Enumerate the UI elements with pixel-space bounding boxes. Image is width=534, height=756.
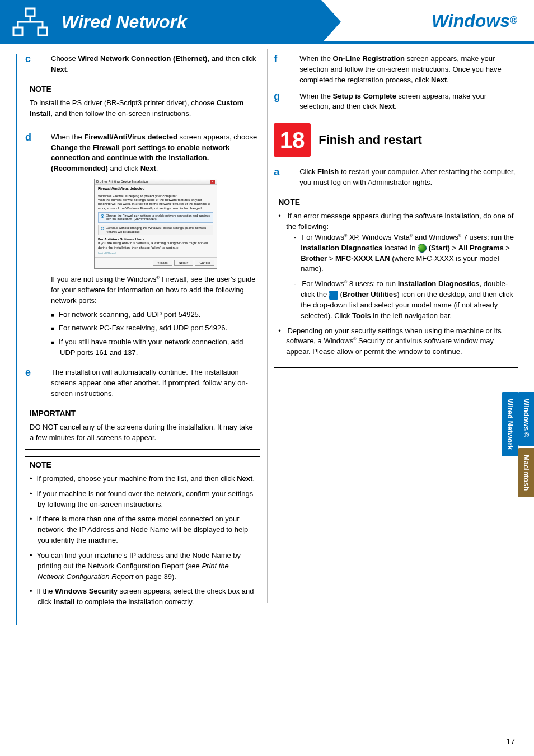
step-a: a Click Finish to restart your computer.… <box>274 167 518 188</box>
dialog-titlebar: Brother Printing Device Installation × <box>95 179 217 185</box>
sublist: For Windows® XP, Windows Vista® and Wind… <box>286 232 514 321</box>
back-button[interactable]: < Back <box>153 260 172 266</box>
note-network-list: NOTE If prompted, choose your machine fr… <box>25 456 260 619</box>
left-column: c Choose Wired Network Connection (Ether… <box>16 54 260 625</box>
step-letter-d: d <box>25 132 51 362</box>
note-heading: NOTE <box>30 459 55 470</box>
step-letter-c: c <box>25 54 51 75</box>
firewall-dialog: Brother Printing Device Installation × F… <box>94 179 217 269</box>
side-tabs: Wired Network Windows® Macintosh <box>502 392 534 497</box>
svg-rect-2 <box>38 27 47 35</box>
step-letter-f: f <box>274 54 299 86</box>
header-left: Wired Network <box>0 0 321 44</box>
header-title-right: Windows® <box>321 0 534 44</box>
tab-macintosh[interactable]: Macintosh <box>518 448 534 497</box>
step-g-body: When the Setup is Complete screen appear… <box>299 91 518 113</box>
list-item: If you still have trouble with your netw… <box>51 337 260 358</box>
radio-icon <box>101 214 104 218</box>
step-d: d When the Firewall/AntiVirus detected s… <box>25 132 260 362</box>
right-column: f When the On-Line Registration screen a… <box>274 54 518 625</box>
column-separator <box>267 49 268 603</box>
note-list: If prompted, choose your machine from th… <box>30 474 256 608</box>
step-e-body: The installation will automatically cont… <box>51 367 260 399</box>
note-error-message: NOTE If an error message appears during … <box>274 194 518 368</box>
dialog-body: Windows Firewall is helping to protect y… <box>95 193 217 251</box>
step-letter-g: g <box>274 91 299 113</box>
start-icon: ⊞ <box>418 244 427 253</box>
svg-rect-1 <box>13 27 22 35</box>
dialog-option-continue[interactable]: Continue without changing the Windows Fi… <box>98 225 213 235</box>
step-18-header: 18 Finish and restart <box>274 123 518 157</box>
step-e: e The installation will automatically co… <box>25 367 260 399</box>
dialog-option-recommended[interactable]: Change the Firewall port settings to ena… <box>98 212 213 223</box>
step-f: f When the On-Line Registration screen a… <box>274 54 518 86</box>
note-list: If an error message appears during the s… <box>278 211 514 357</box>
tab-windows[interactable]: Windows® <box>518 392 534 446</box>
next-button[interactable]: Next > <box>174 260 193 266</box>
step-letter-e: e <box>25 367 51 399</box>
step-f-body: When the On-Line Registration screen app… <box>299 54 518 86</box>
tab-wired-network[interactable]: Wired Network <box>502 392 518 456</box>
list-item: If an error message appears during the s… <box>278 211 514 321</box>
dialog-buttons: < Back Next > Cancel <box>95 257 217 268</box>
note-ps-driver: NOTE To install the PS driver (BR-Script… <box>25 81 260 125</box>
firewall-ports-paragraph: If you are not using the Windows® Firewa… <box>51 274 260 306</box>
important-text: DO NOT cancel any of the screens during … <box>30 422 256 444</box>
important-heading: IMPORTANT <box>30 408 79 419</box>
close-icon[interactable]: × <box>210 180 216 184</box>
note-heading: NOTE <box>30 83 55 95</box>
page-header: Wired Network Windows® <box>0 0 534 44</box>
ports-list: For network scanning, add UDP port 54925… <box>51 310 260 358</box>
step-c: c Choose Wired Network Connection (Ether… <box>25 54 260 75</box>
step-number-badge: 18 <box>274 123 311 157</box>
list-item: For network scanning, add UDP port 54925… <box>51 310 260 320</box>
cancel-button[interactable]: Cancel <box>195 260 214 266</box>
step-a-body: Click Finish to restart your computer. A… <box>299 167 518 188</box>
brother-utilities-icon: ⊞ <box>329 291 338 300</box>
list-item: Depending on your security settings when… <box>278 326 514 358</box>
list-item: If your machine is not found over the ne… <box>30 489 256 510</box>
step-c-body: Choose Wired Network Connection (Etherne… <box>51 54 260 75</box>
list-item: For Windows® XP, Windows Vista® and Wind… <box>294 232 514 274</box>
step-18-title: Finish and restart <box>318 131 422 149</box>
page-number: 17 <box>506 736 515 747</box>
list-item: If prompted, choose your machine from th… <box>30 474 256 484</box>
dialog-heading: Firewall/AntiVirus detected <box>95 185 217 193</box>
list-item: For network PC-Fax receiving, add UDP po… <box>51 323 260 334</box>
list-item: You can find your machine's IP address a… <box>30 550 256 582</box>
reg-mark: ® <box>510 13 517 28</box>
step-letter-a: a <box>274 167 299 188</box>
step-d-body: When the Firewall/AntiVirus detected scr… <box>51 132 260 362</box>
radio-icon <box>101 227 104 230</box>
list-item: For Windows® 8 users: to run Installatio… <box>294 279 514 321</box>
important-box: IMPORTANT DO NOT cancel any of the scree… <box>25 405 260 450</box>
list-item: If the Windows Security screen appears, … <box>30 586 256 608</box>
svg-rect-0 <box>26 8 35 16</box>
installshield-label: InstallShield <box>95 251 217 257</box>
header-title-left: Wired Network <box>62 9 187 35</box>
step-g: g When the Setup is Complete screen appe… <box>274 91 518 113</box>
list-item: If there is more than one of the same mo… <box>30 514 256 546</box>
antivirus-heading: For AntiVirus Software Users: <box>98 237 213 241</box>
note-heading: NOTE <box>278 197 303 208</box>
wired-network-icon <box>10 6 50 38</box>
windows-label: Windows <box>432 8 510 34</box>
